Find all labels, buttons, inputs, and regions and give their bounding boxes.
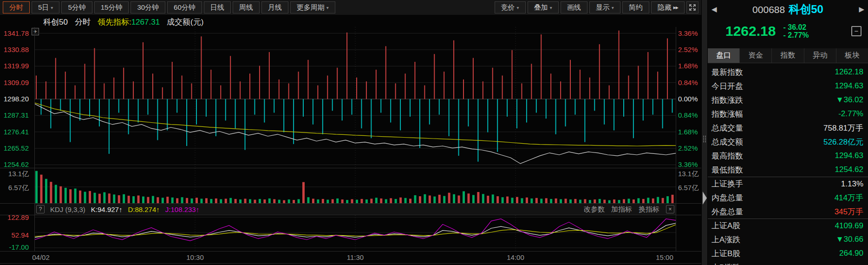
price-axis-label: 1287.31 [0, 112, 29, 119]
quote-row-value: ▼30.66 [836, 235, 863, 244]
percent-axis-label: 1.68% [678, 128, 698, 136]
quote-row-label: 总成交量 [711, 123, 743, 133]
tab-zhishu[interactable]: 指数 [772, 48, 804, 63]
quote-row: 总成交额526.28亿元 [708, 135, 868, 149]
quote-row: 今日开盘1294.63 [708, 79, 868, 93]
quote-row-label: 内盘总量 [711, 192, 743, 203]
quote-row: 内盘总量414万手 [708, 191, 868, 205]
time-axis-border [0, 251, 701, 252]
period-tab-5min[interactable]: 5分钟 [61, 1, 92, 13]
tool-button-label: 隐藏 [658, 3, 672, 12]
period-tab-30min[interactable]: 30分钟 [131, 1, 165, 13]
amount-axis-label: 成交额(元) [167, 17, 203, 27]
quote-row: 最高指数1294.63 [708, 149, 868, 163]
last-price: 1262.18 [725, 23, 776, 39]
percent-axis-label: 0.00% [678, 95, 698, 103]
time-axis-label: 10:30 [186, 253, 204, 261]
indicator-help-icon[interactable]: ? [36, 205, 45, 213]
quote-row: 上证换手1.13% [708, 177, 868, 191]
period-tab-label: 5分钟 [68, 3, 85, 12]
tool-button-draw-line[interactable]: 画线 [561, 1, 587, 13]
tab-bankuai[interactable]: 板块 [836, 48, 868, 63]
quote-row-label: 指数涨幅 [711, 109, 743, 119]
tab-pankou[interactable]: 盘口 [708, 48, 740, 63]
kdj-axis-label: -17.00 [0, 244, 29, 251]
stock-code: 000688 [752, 4, 785, 15]
tool-button-label: 画线 [567, 3, 581, 12]
quote-row: 上B涨跌 [708, 260, 868, 265]
volume-axis-label: 13.1亿 [678, 170, 698, 178]
period-tab-fenshi[interactable]: 分时 [3, 1, 30, 13]
quote-row-label: 指数涨跌 [711, 95, 743, 106]
volume-chart[interactable] [35, 168, 676, 203]
chart-period-label: 分时 [75, 17, 91, 27]
kdj-action-change-params[interactable]: 改参数 [584, 205, 605, 214]
chart-toolbar: 分时5日▾5分钟15分钟30分钟60分钟日线周线月线更多周期▾ 竞价▾叠加▾画线… [0, 0, 701, 15]
quote-row-label: 外盘总量 [711, 206, 743, 217]
minimize-panel-icon[interactable]: − [851, 26, 861, 36]
period-tab-daily[interactable]: 日线 [204, 1, 231, 13]
period-tab-label: 15分钟 [101, 3, 123, 12]
tool-button-label: 叠加 [534, 3, 548, 12]
tab-yidong[interactable]: 异动 [804, 48, 836, 63]
fullscreen-expand-icon [689, 4, 696, 11]
prev-stock-arrow[interactable]: ◀ [708, 5, 721, 13]
quote-rows: 最新指数1262.18今日开盘1294.63指数涨跌▼36.02指数涨幅-2.7… [708, 65, 868, 265]
caret-down-icon: ▾ [612, 5, 614, 10]
stock-name: 科创50 [789, 3, 823, 15]
kdj-axis-label: 122.89 [0, 214, 29, 221]
tool-button-label: 竞价 [501, 3, 515, 12]
caret-down-icon: ▾ [550, 5, 552, 10]
tool-button-simple[interactable]: 简约 [622, 1, 649, 13]
period-tab-label: 60分钟 [174, 3, 196, 12]
tool-button-hide[interactable]: 隐藏▶▶ [651, 1, 685, 13]
quote-row-value: 526.28亿元 [823, 137, 863, 147]
period-tab-more-periods[interactable]: 更多周期▾ [290, 1, 335, 13]
quote-tabs: 盘口资金指数异动板块 [708, 48, 868, 63]
quote-panel: ◀ 000688科创50 ▶ 1262.18 - 36.02 - 2.77% −… [708, 0, 868, 265]
period-tab-monthly[interactable]: 月线 [261, 1, 288, 13]
lead-indicator-value: 1267.31 [131, 18, 160, 26]
percent-axis-label: 2.52% [678, 46, 698, 53]
tool-button-overlay[interactable]: 叠加▾ [528, 1, 559, 13]
close-indicator-icon[interactable]: × [666, 205, 674, 213]
quote-row-label: 总成交额 [711, 137, 743, 147]
tool-button-display[interactable]: 显示▾ [589, 1, 620, 13]
next-stock-arrow[interactable]: ▶ [855, 5, 868, 13]
period-tab-15min[interactable]: 15分钟 [94, 1, 129, 13]
quote-row: 指数涨幅-2.77% [708, 107, 868, 121]
kdj-indicator-chart[interactable] [35, 215, 676, 251]
caret-down-icon: ▾ [326, 5, 329, 10]
percent-axis-label: 0.84% [678, 79, 698, 86]
panel-splitter[interactable] [701, 0, 708, 265]
quote-row-value: 1.13% [841, 179, 863, 189]
change-block: - 36.02 - 2.77% [783, 23, 809, 39]
period-tab-label: 分时 [9, 3, 23, 12]
period-tab-label: 周线 [239, 3, 253, 12]
quote-row: 最低指数1254.62 [708, 163, 868, 177]
tool-button-label: 简约 [629, 3, 643, 12]
kdj-k-value: K:94.927↑ [91, 205, 123, 213]
kdj-j-value: J:108.233↑ [165, 205, 199, 213]
quote-row-value: 1262.18 [835, 67, 863, 77]
percent-axis-label: 0.84% [678, 112, 698, 119]
tool-button-auction[interactable]: 竞价▾ [495, 1, 526, 13]
period-tab-weekly[interactable]: 周线 [233, 1, 260, 13]
percent-axis-label: 3.36% [678, 161, 698, 168]
intraday-price-chart[interactable] [35, 27, 676, 167]
period-tab-5d[interactable]: 5日▾ [32, 1, 59, 13]
kdj-d-value: D:88.274↑ [128, 205, 159, 213]
kdj-action-add-indicator[interactable]: 加指标 [611, 205, 632, 214]
tab-zijin[interactable]: 资金 [740, 48, 772, 63]
quote-row-value: 4109.69 [835, 221, 863, 231]
kdj-header-bar: ? KDJ (9,3,3) K:94.927↑ D:88.274↑ J:108.… [35, 204, 676, 215]
period-tab-60min[interactable]: 60分钟 [167, 1, 202, 13]
chart-tools-group: 竞价▾叠加▾画线显示▾简约隐藏▶▶ [494, 1, 699, 13]
quote-row-label: 上证A股 [711, 220, 740, 231]
price-axis-label: 1309.09 [0, 79, 29, 86]
kdj-action-switch-indicator[interactable]: 换指标 [639, 205, 659, 214]
plot-right-border [676, 27, 676, 251]
fullscreen-button[interactable] [686, 1, 698, 13]
collapse-panel-arrow-icon[interactable] [703, 192, 707, 205]
tool-button-label: 显示 [596, 3, 610, 12]
